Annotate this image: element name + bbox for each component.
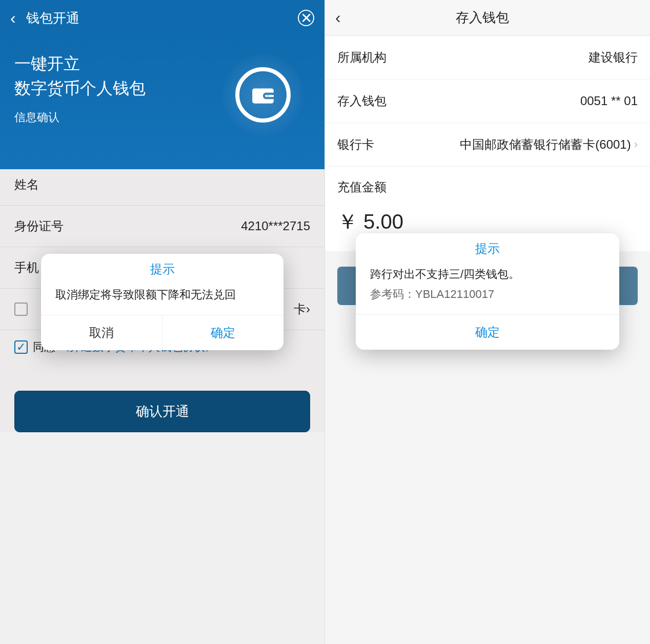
close-icon[interactable]: ✕ <box>298 10 314 26</box>
page-title: 存入钱包 <box>326 9 640 27</box>
alert-buttons: 取消 确定 <box>41 315 283 350</box>
alert-title: 提示 <box>356 233 619 263</box>
alert-buttons: 确定 <box>356 314 619 350</box>
alert-body: 取消绑定将导致限额下降和无法兑回 <box>41 284 283 315</box>
id-value: 4210***2715 <box>241 219 310 233</box>
row-id[interactable]: 身份证号 4210***2715 <box>0 206 324 247</box>
wallet-label: 存入钱包 <box>337 93 387 109</box>
refcode-label: 参考码： <box>370 288 415 300</box>
alert-body: 跨行对出不支持三/四类钱包。 参考码：YBLA12110017 <box>356 263 619 314</box>
alert-title: 提示 <box>41 254 283 284</box>
wallet-value: 0051 ** 01 <box>387 94 638 108</box>
card-label: 银行卡 <box>337 136 374 153</box>
id-label: 身份证号 <box>14 218 241 234</box>
back-icon[interactable]: ‹ <box>10 9 16 28</box>
alert-dialog: 提示 跨行对出不支持三/四类钱包。 参考码：YBLA12110017 确定 <box>356 233 619 350</box>
chevron-right-icon: › <box>634 138 638 151</box>
screen-deposit-wallet: ‹ 存入钱包 所属机构 建设银行 存入钱包 0051 ** 01 银行卡 中国邮… <box>325 0 650 644</box>
row-org: 所属机构 建设银行 <box>325 36 650 79</box>
ok-button[interactable]: 确定 <box>162 315 283 350</box>
ok-button[interactable]: 确定 <box>356 315 619 350</box>
submit-button[interactable]: 确认开通 <box>14 391 310 432</box>
alert-body-line2: 参考码：YBLA12110017 <box>370 285 605 303</box>
header: ‹ 钱包开通 ✕ <box>0 0 324 36</box>
name-label: 姓名 <box>14 176 310 193</box>
alert-body-line1: 跨行对出不支持三/四类钱包。 <box>370 265 605 283</box>
chevron-right-icon: › <box>306 302 310 316</box>
wallet-icon <box>222 54 304 136</box>
card-value: 中国邮政储蓄银行储蓄卡(6001) <box>374 136 631 153</box>
header: ‹ 存入钱包 <box>325 0 650 36</box>
row-wallet[interactable]: 存入钱包 0051 ** 01 <box>325 79 650 123</box>
row-name[interactable]: 姓名 <box>0 164 324 206</box>
org-value: 建设银行 <box>387 49 638 66</box>
bindcard-suffix: 卡 <box>294 301 306 317</box>
alert-dialog: 提示 取消绑定将导致限额下降和无法兑回 取消 确定 <box>41 254 283 350</box>
page-title: 钱包开通 <box>26 9 298 27</box>
refcode-value: YBLA12110017 <box>415 288 494 300</box>
screen-open-wallet: ‹ 钱包开通 ✕ 一键开立 数字货币个人钱包 信息确认 姓名 身份证号 4210… <box>0 0 325 644</box>
checkbox-icon[interactable] <box>14 303 28 316</box>
amount-label: 充值金额 <box>325 167 650 202</box>
cancel-button[interactable]: 取消 <box>41 315 162 350</box>
hero: 一键开立 数字货币个人钱包 信息确认 <box>0 36 324 169</box>
row-card[interactable]: 银行卡 中国邮政储蓄银行储蓄卡(6001) › <box>325 123 650 167</box>
org-label: 所属机构 <box>337 49 387 66</box>
checkbox-checked-icon[interactable]: ✓ <box>14 340 28 354</box>
